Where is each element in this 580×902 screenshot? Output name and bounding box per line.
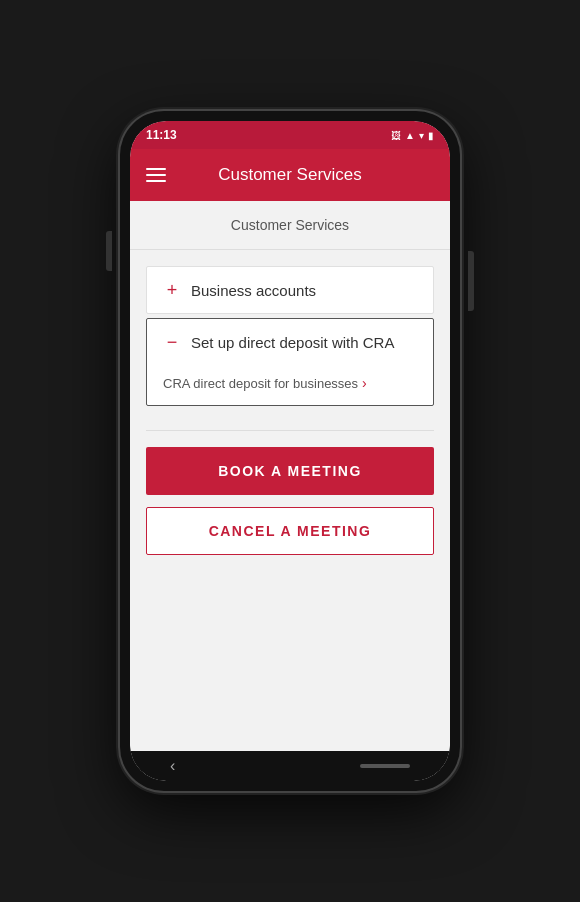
content-area: Customer Services + Business accounts − <box>130 201 450 751</box>
screen: 11:13 🖼 ▲ ▾ ▮ Customer Services <box>130 121 450 781</box>
wifi-icon: ▾ <box>419 130 424 141</box>
phone-frame: 11:13 🖼 ▲ ▾ ▮ Customer Services <box>120 111 460 791</box>
accordion-item-direct-deposit[interactable]: − Set up direct deposit with CRA CRA dir… <box>146 318 434 406</box>
signal-icon: ▲ <box>405 130 415 141</box>
cancel-meeting-button[interactable]: CANCEL A MEETING <box>146 507 434 555</box>
accordion-label-direct-deposit: Set up direct deposit with CRA <box>191 334 394 351</box>
accordion-icon-plus: + <box>163 281 181 299</box>
hamburger-line-3 <box>146 180 166 182</box>
accordion-label-business-accounts: Business accounts <box>191 282 316 299</box>
book-meeting-button[interactable]: BOOK A MEETING <box>146 447 434 495</box>
status-icons: 🖼 ▲ ▾ ▮ <box>391 130 434 141</box>
image-icon: 🖼 <box>391 130 401 141</box>
home-indicator[interactable] <box>360 764 410 768</box>
hamburger-line-1 <box>146 168 166 170</box>
app-header: Customer Services <box>130 149 450 201</box>
cra-chevron-icon: › <box>362 375 367 391</box>
accordion-header-business-accounts[interactable]: + Business accounts <box>147 267 433 313</box>
phone-screen: 11:13 🖼 ▲ ▾ ▮ Customer Services <box>130 121 450 781</box>
status-bar: 11:13 🖼 ▲ ▾ ▮ <box>130 121 450 149</box>
status-time: 11:13 <box>146 128 177 142</box>
back-button[interactable]: ‹ <box>170 757 175 775</box>
accordion-icon-minus: − <box>163 333 181 351</box>
divider <box>146 430 434 431</box>
menu-button[interactable] <box>146 168 166 182</box>
header-title: Customer Services <box>218 165 362 185</box>
cra-link-row[interactable]: CRA direct deposit for businesses › <box>147 365 433 405</box>
accordion-header-direct-deposit[interactable]: − Set up direct deposit with CRA <box>147 319 433 365</box>
bottom-bar: ‹ <box>130 751 450 781</box>
accordion-area: + Business accounts − Set up direct depo… <box>130 250 450 426</box>
battery-icon: ▮ <box>428 130 434 141</box>
cra-link-text: CRA direct deposit for businesses <box>163 376 358 391</box>
page-subtitle: Customer Services <box>130 201 450 250</box>
accordion-item-business-accounts[interactable]: + Business accounts <box>146 266 434 314</box>
hamburger-line-2 <box>146 174 166 176</box>
